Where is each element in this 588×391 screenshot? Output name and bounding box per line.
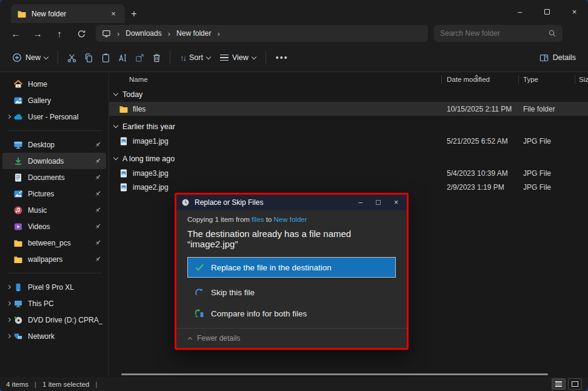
group-header-earlier-this-year[interactable]: Earlier this year	[109, 119, 588, 134]
more-options-button[interactable]: •••	[271, 49, 293, 66]
sidebar-item-label: Pixel 9 Pro XL	[28, 283, 102, 292]
chevron-down-icon	[206, 54, 211, 59]
group-header-today[interactable]: Today	[109, 87, 588, 102]
dialog-minimize-button[interactable]: –	[358, 198, 362, 207]
view-button-label: View	[232, 53, 249, 62]
file-row-image3[interactable]: image3.jpg 5/4/2023 10:39 AM JPG File	[109, 166, 588, 180]
cut-button[interactable]	[63, 49, 80, 66]
sidebar-item-dvd-drive[interactable]: DVD Drive (D:) CPRA_X64FRE_	[2, 312, 106, 328]
new-tab-button[interactable]: +	[125, 4, 143, 23]
copy-button[interactable]	[80, 49, 97, 66]
forward-button[interactable]: →	[27, 25, 48, 42]
up-button[interactable]: ↑	[48, 25, 70, 42]
chevron-right-icon[interactable]	[6, 318, 10, 322]
folder-icon	[13, 238, 23, 248]
tab-title: New folder	[32, 10, 103, 18]
search-box[interactable]	[434, 25, 563, 42]
check-icon	[194, 262, 205, 273]
address-bar: ← → ↑ › Downloads › New folder ›	[0, 23, 588, 44]
column-header-name[interactable]: Name	[109, 76, 447, 83]
file-row-files[interactable]: files 10/15/2025 2:11 PM File folder	[109, 102, 588, 116]
paste-button[interactable]	[97, 49, 114, 66]
chevron-right-icon[interactable]	[6, 285, 10, 289]
dialog-window-controls: – ×	[358, 198, 402, 207]
sidebar-item-between-pcs[interactable]: between_pcs	[2, 235, 106, 251]
replace-or-skip-dialog: Replace or Skip Files – × Copying 1 item…	[176, 195, 407, 348]
sidebar-item-pictures[interactable]: Pictures	[2, 185, 106, 202]
sidebar-item-documents[interactable]: Documents	[2, 169, 106, 185]
sidebar-item-pixel-9-pro-xl[interactable]: Pixel 9 Pro XL	[2, 279, 106, 295]
annotation-highlight-box: Replace or Skip Files – × Copying 1 item…	[175, 193, 409, 350]
conflict-message: The destination already has a file named…	[187, 229, 396, 249]
sidebar-item-wallpapers[interactable]: wallpapers	[2, 251, 106, 267]
copy-destination-link[interactable]: New folder	[274, 216, 307, 223]
more-icon: •••	[276, 53, 289, 62]
skip-file-button[interactable]: Skip this file	[187, 286, 396, 299]
close-button[interactable]: ×	[561, 0, 588, 23]
back-button[interactable]: ←	[5, 25, 27, 42]
cut-icon	[67, 53, 77, 63]
minimize-button[interactable]: –	[506, 0, 533, 23]
command-bar: New ↑↓ Sort View	[0, 44, 588, 72]
skip-button-label: Skip this file	[211, 288, 255, 297]
breadcrumb-item-new-folder[interactable]: New folder	[176, 29, 211, 38]
file-date: 10/15/2025 2:11 PM	[447, 105, 523, 113]
column-header-type[interactable]: Type	[523, 76, 579, 83]
downloads-icon	[13, 156, 23, 166]
compare-files-button[interactable]: Compare info for both files	[187, 307, 396, 320]
column-divider[interactable]	[518, 75, 519, 84]
sidebar-item-desktop[interactable]: Desktop	[2, 136, 106, 153]
details-pane-button[interactable]: Details	[534, 49, 581, 67]
sidebar-item-home[interactable]: Home	[2, 76, 106, 92]
explorer-tab[interactable]: New folder ×	[11, 4, 125, 23]
details-pane-icon	[539, 53, 549, 63]
sidebar-item-this-pc[interactable]: This PC	[2, 295, 106, 312]
group-header-a-long-time-ago[interactable]: A long time ago	[109, 151, 588, 166]
column-header-date-modified[interactable]: Date modified	[447, 76, 523, 83]
sidebar-item-videos[interactable]: Videos	[2, 218, 106, 235]
view-button[interactable]: View	[215, 50, 261, 65]
share-icon	[135, 53, 145, 63]
breadcrumb-item-downloads[interactable]: Downloads	[125, 29, 161, 38]
chevron-right-icon[interactable]	[6, 301, 10, 306]
fewer-details-button[interactable]: Fewer details	[176, 328, 407, 348]
compare-button-label: Compare info for both files	[211, 309, 307, 318]
selection-count: 1 item selected	[42, 381, 89, 388]
view-toggles	[552, 378, 582, 390]
rename-button[interactable]	[114, 49, 131, 66]
replace-file-button[interactable]: Replace the file in the destination	[187, 257, 396, 278]
sidebar-item-onedrive-personal[interactable]: User - Personal	[2, 109, 106, 125]
sort-button[interactable]: ↑↓ Sort	[175, 50, 215, 66]
refresh-button[interactable]	[70, 25, 92, 42]
copy-source-link[interactable]: files	[252, 216, 264, 223]
horizontal-scrollbar[interactable]	[121, 373, 548, 375]
search-input[interactable]	[440, 29, 548, 38]
column-divider[interactable]	[575, 75, 575, 84]
column-header-size[interactable]: Size	[579, 76, 588, 83]
file-row-image1[interactable]: image1.jpg 5/21/2025 6:52 AM JPG File	[109, 134, 588, 148]
refresh-icon	[77, 29, 86, 38]
sidebar-item-gallery[interactable]: Gallery	[2, 92, 106, 109]
maximize-button[interactable]	[533, 0, 561, 23]
share-button[interactable]	[131, 49, 148, 66]
chevron-right-icon[interactable]	[6, 115, 10, 119]
sidebar-item-network[interactable]: Network	[2, 328, 106, 344]
new-button[interactable]: New	[7, 49, 53, 66]
sidebar-item-downloads[interactable]: Downloads	[2, 153, 106, 169]
delete-button[interactable]	[148, 49, 165, 66]
dialog-close-button[interactable]: ×	[394, 198, 398, 207]
tab-close-icon[interactable]: ×	[108, 8, 119, 19]
file-row-image2[interactable]: image2.jpg 2/9/2023 1:19 PM JPG File	[109, 180, 588, 194]
folder-icon	[13, 255, 23, 264]
folder-icon	[17, 9, 27, 19]
column-divider[interactable]	[441, 75, 442, 84]
maximize-icon	[544, 9, 550, 15]
videos-icon	[13, 222, 23, 232]
dialog-maximize-button[interactable]	[376, 200, 381, 205]
delete-icon	[152, 53, 162, 63]
chevron-right-icon[interactable]	[6, 334, 10, 338]
chevron-down-icon	[113, 123, 118, 128]
sidebar-item-music[interactable]: Music	[2, 202, 106, 218]
large-icons-view-button[interactable]	[568, 378, 582, 390]
details-view-button[interactable]	[552, 378, 566, 390]
